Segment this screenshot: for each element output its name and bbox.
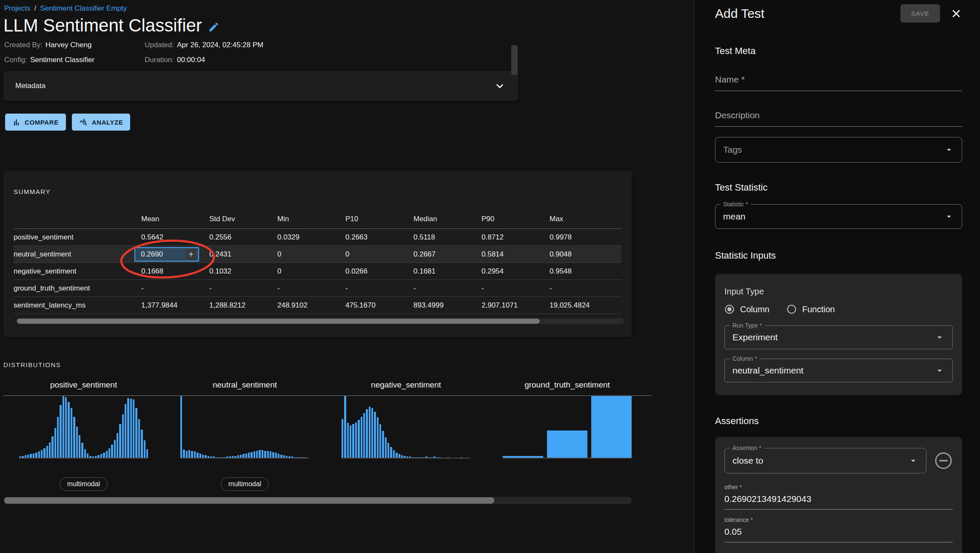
assertion-select[interactable]: Assertion * close to	[724, 448, 926, 473]
histogram-bar	[371, 408, 373, 458]
vertical-scrollbar-thumb[interactable]	[511, 45, 518, 75]
histogram-bar	[54, 428, 56, 458]
analyze-button[interactable]: ANALYZE	[72, 114, 131, 131]
add-test-plus-button[interactable]: +	[185, 249, 197, 260]
table-row[interactable]: sentiment_latency_ms1,377.98441,288.8212…	[14, 296, 621, 314]
histogram-bar	[92, 456, 94, 458]
histogram-bar	[103, 453, 105, 458]
other-field[interactable]: 0.2690213491429043	[724, 492, 953, 510]
table-cell: 893.4999	[413, 301, 481, 310]
metadata-accordion[interactable]: Metadata	[3, 71, 518, 101]
chart-tag-row: multimodal	[19, 459, 148, 491]
name-field[interactable]: Name *	[715, 73, 962, 91]
table-row[interactable]: neutral_sentiment0.2690+0.2431000.26670.…	[14, 245, 621, 262]
table-cell: 0.0329	[277, 233, 345, 242]
table-cell: 475.1670	[345, 301, 413, 310]
table-cell: 1,377.9844	[141, 301, 209, 310]
histogram-bar	[305, 457, 307, 458]
histogram-bar	[431, 457, 433, 458]
arrow-drop-down-icon	[944, 145, 954, 155]
column-select-label: Column *	[730, 355, 760, 362]
main-content: Projects / Sentiment Classifier Empty LL…	[0, 0, 694, 553]
histogram	[342, 396, 470, 459]
tolerance-field[interactable]: 0.05	[724, 525, 953, 542]
radio-column[interactable]: Column	[724, 304, 769, 314]
tolerance-field-label: tolerance *	[724, 516, 953, 523]
summary-title: SUMMARY	[14, 188, 621, 195]
histogram-bar	[409, 456, 411, 458]
breadcrumb-link-projects[interactable]: Projects	[4, 4, 30, 13]
column-select-value: neutral_sentiment	[732, 365, 930, 376]
histogram-bar	[41, 450, 43, 458]
radio-function[interactable]: Function	[786, 304, 835, 314]
table-cell: 1,288.8212	[209, 301, 277, 310]
histogram-bar	[447, 457, 449, 458]
remove-assertion-button[interactable]	[934, 451, 953, 470]
histogram-bar	[382, 431, 384, 458]
compare-button[interactable]: COMPARE	[5, 114, 66, 131]
assertion-select-value: close to	[732, 456, 904, 466]
table-cell: 0.8712	[481, 233, 550, 242]
histogram-bar	[369, 407, 370, 458]
statistic-select[interactable]: Statistic * mean	[715, 204, 962, 229]
radio-icon	[786, 304, 797, 314]
chart-tag-row: multimodal	[180, 459, 309, 491]
bottom-scrollbar-thumb[interactable]	[4, 497, 494, 504]
histogram-bar	[361, 417, 362, 458]
histogram-bar	[262, 450, 263, 458]
histogram-bar	[100, 454, 102, 458]
created-by: Created By:Harvey Cheng	[4, 41, 145, 49]
page-title: LLM Sentiment Classifier	[3, 15, 202, 36]
histogram-bar	[436, 457, 438, 458]
description-field[interactable]: Description	[715, 108, 962, 127]
save-button[interactable]: SAVE	[900, 4, 940, 23]
other-field-value: 0.2690213491429043	[724, 494, 811, 504]
radio-function-label: Function	[802, 305, 835, 314]
histogram-bar	[234, 456, 236, 458]
analyze-label: ANALYZE	[92, 119, 123, 126]
distribution-chart: ground_truth_sentiment	[503, 380, 632, 491]
assertion-select-label: Assertion *	[730, 445, 764, 451]
table-cell: 0.9548	[550, 267, 618, 276]
histogram-bar	[401, 455, 403, 458]
bottom-horizontal-scrollbar[interactable]	[3, 497, 632, 504]
histogram-bar	[57, 417, 59, 458]
histogram-bar	[73, 417, 75, 458]
run-type-select-label: Run Type *	[730, 322, 764, 329]
row-label: neutral_sentiment	[14, 250, 141, 259]
table-row[interactable]: ground_truth_sentiment-------	[14, 279, 621, 296]
histogram-bar	[350, 425, 351, 458]
histogram-bar	[366, 409, 368, 458]
run-type-select[interactable]: Run Type * Experiment	[724, 325, 953, 349]
tags-select[interactable]: Tags	[715, 137, 962, 162]
histogram-bar	[95, 456, 97, 458]
column-header: Min	[277, 215, 345, 223]
histogram-bar	[374, 412, 376, 458]
histogram-bar	[84, 449, 86, 458]
arrow-drop-down-icon	[934, 332, 945, 342]
table-horizontal-scrollbar[interactable]	[16, 318, 624, 324]
histogram-bar	[377, 417, 379, 458]
histogram-bar	[130, 399, 132, 458]
breadcrumb-link-current[interactable]: Sentiment Classifier Empty	[40, 4, 127, 13]
table-scrollbar-thumb[interactable]	[17, 319, 540, 324]
histogram-bar	[404, 456, 405, 458]
highlighted-cell[interactable]: 0.2690+	[134, 247, 199, 262]
column-header: Std Dev	[209, 215, 277, 223]
histogram-bar	[71, 408, 72, 458]
histogram-bar	[439, 457, 441, 458]
table-row[interactable]: negative_sentiment0.16680.103200.02660.1…	[14, 262, 621, 279]
table-cell: -	[413, 284, 481, 293]
histogram-bar	[412, 457, 413, 458]
arrow-drop-down-icon	[934, 365, 945, 376]
table-cell: 0.1681	[413, 267, 481, 276]
close-panel-button[interactable]	[950, 8, 962, 20]
column-select[interactable]: Column * neutral_sentiment	[724, 359, 953, 382]
histogram-bar	[407, 456, 408, 458]
table-row[interactable]: positive_sentiment0.56420.25560.03290.26…	[14, 228, 621, 245]
histogram-bar	[89, 456, 91, 458]
histogram-bar	[27, 455, 29, 458]
add-test-panel: Add Test SAVE Test Meta Name * Descripti…	[694, 0, 980, 553]
histogram-bar	[428, 457, 430, 458]
edit-title-button[interactable]	[208, 21, 219, 33]
